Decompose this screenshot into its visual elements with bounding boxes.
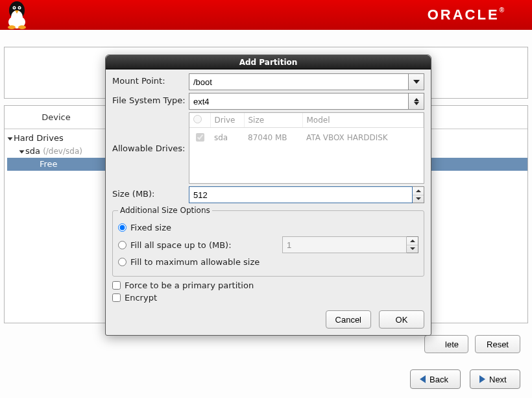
arrow-left-icon [420,375,426,383]
fill-up-to-input [282,236,407,253]
disclosure-triangle-icon[interactable] [8,137,13,140]
encrypt-label[interactable]: Encrypt [125,293,157,303]
radio-fill-up-to[interactable] [118,241,127,249]
drives-col-drive[interactable]: Drive [210,113,244,128]
mount-point-label: Mount Point: [112,73,189,86]
radio-fill-max-label[interactable]: Fill to maximum allowable size [130,257,260,267]
fstype-input[interactable] [189,93,409,110]
back-button[interactable]: Back [410,369,461,389]
radio-fill-up-to-label[interactable]: Fill all space up to (MB): [130,240,232,250]
cancel-button[interactable]: Cancel [326,310,371,329]
fill-up-to-spin-down-button [407,245,418,253]
encrypt-checkbox[interactable] [112,293,121,302]
disclosure-triangle-icon[interactable] [19,150,25,153]
partition-actions: Delete Reset [424,335,520,353]
drives-col-model[interactable]: Model [302,113,424,128]
drives-col-check[interactable] [189,113,210,128]
reset-button[interactable]: Reset [475,335,520,353]
force-primary-checkbox[interactable] [112,281,121,290]
additional-size-legend: Additional Size Options [118,206,212,215]
size-input[interactable] [189,186,413,203]
fstype-label: File System Type: [112,93,189,105]
next-button[interactable]: Next [470,369,520,389]
column-header-device[interactable]: Device [5,112,108,122]
svg-point-7 [8,25,16,29]
radio-fixed-size-label[interactable]: Fixed size [130,223,171,232]
allowable-drives-table: Drive Size Model sda 87040 MB ATA VBOX H… [189,112,424,184]
dialog-title: Add Partition [106,55,431,69]
drive-model: ATA VBOX HARDDISK [302,128,424,147]
svg-point-6 [19,7,20,8]
mount-point-input[interactable] [189,73,409,90]
wizard-nav: Back Next [410,369,520,389]
size-spin-down-button[interactable] [413,195,424,203]
chevron-down-icon [413,80,420,84]
force-primary-label[interactable]: Force to be a primary partition [125,280,254,290]
top-banner: ORACLE® [0,0,532,30]
drives-col-size[interactable]: Size [244,113,302,128]
drive-size: 87040 MB [244,128,302,147]
allowable-drives-label: Allowable Drives: [112,143,189,153]
size-spin-up-button[interactable] [413,187,424,195]
caret-up-icon [410,240,415,242]
fstype-dropdown-button[interactable] [409,93,424,110]
svg-point-5 [14,7,15,8]
oracle-logo: ORACLE® [428,6,506,23]
delete-button[interactable]: Delete [424,335,468,353]
tux-mascot-icon [4,0,30,30]
updown-icon [414,98,419,105]
arrow-right-icon [479,375,485,383]
radio-fixed-size[interactable] [118,223,127,232]
table-row[interactable]: sda 87040 MB ATA VBOX HARDDISK [189,128,424,147]
caret-down-icon [410,247,415,250]
ok-button[interactable]: OK [379,310,424,329]
fill-up-to-spin-up-button [407,237,418,245]
caret-up-icon [416,190,421,192]
svg-point-8 [18,25,26,29]
drive-checkbox[interactable] [196,133,204,142]
mount-point-dropdown-button[interactable] [409,73,424,90]
size-label: Size (MB): [112,186,189,199]
radio-fill-max[interactable] [118,258,127,266]
drive-name: sda [210,128,244,147]
caret-down-icon [416,197,421,200]
add-partition-dialog: Add Partition Mount Point: File System T… [105,55,431,336]
additional-size-options: Additional Size Options Fixed size Fill … [112,206,424,277]
